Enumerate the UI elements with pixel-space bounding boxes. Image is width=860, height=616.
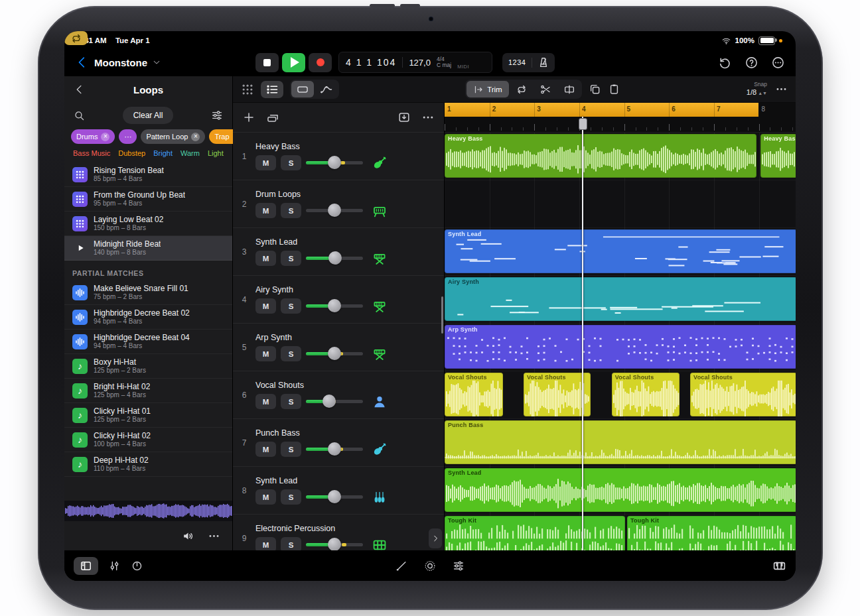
track-header[interactable]: 2Drum LoopsMS bbox=[233, 180, 444, 228]
mute-button[interactable]: M bbox=[255, 203, 276, 218]
slider-knob[interactable] bbox=[328, 442, 341, 456]
volume-slider[interactable] bbox=[306, 299, 363, 314]
region[interactable]: Vocal Shouts bbox=[690, 373, 796, 416]
slider-knob[interactable] bbox=[328, 204, 341, 217]
region[interactable]: Tough Kit bbox=[445, 516, 625, 550]
track-header[interactable]: 9Electronic PercussionMS bbox=[233, 515, 444, 550]
loop-list-item[interactable]: ♪Clicky Hi-Hat 02100 bpm – 4 Bars bbox=[64, 428, 232, 452]
slider-knob[interactable] bbox=[328, 156, 341, 169]
solo-button[interactable]: S bbox=[281, 394, 301, 409]
track-header[interactable]: 3Synth LeadMS bbox=[233, 228, 444, 276]
automation-mode-button[interactable] bbox=[315, 81, 338, 97]
tag-suggestion[interactable]: Bass Music bbox=[73, 149, 110, 157]
loop-list-item[interactable]: ♪Clicky Hi-Hat 01125 bpm – 2 Bars bbox=[64, 403, 232, 428]
volume-slider[interactable] bbox=[306, 395, 363, 409]
mute-button[interactable]: M bbox=[255, 346, 276, 361]
region[interactable]: Heavy Bass bbox=[445, 134, 756, 178]
region[interactable]: Tough Kit bbox=[627, 516, 796, 550]
track-header[interactable]: 7Punch BassMS bbox=[233, 419, 444, 467]
mixer-icon[interactable] bbox=[108, 560, 121, 572]
lcd-display[interactable]: 4 1 1 104 127,0 4/4 C maj MIDI bbox=[338, 52, 492, 73]
mute-button[interactable]: M bbox=[255, 489, 276, 505]
tag-suggestion[interactable]: Warm bbox=[180, 149, 200, 157]
back-icon[interactable] bbox=[75, 55, 90, 70]
region[interactable]: Vocal Shouts bbox=[445, 373, 503, 416]
solo-button[interactable]: S bbox=[281, 251, 301, 266]
track-header[interactable]: 8Synth LeadMS bbox=[233, 467, 444, 515]
grid-view-icon[interactable] bbox=[241, 83, 254, 96]
tag-suggestion[interactable]: Dubstep bbox=[118, 149, 145, 157]
playhead-line[interactable] bbox=[582, 117, 583, 550]
solo-button[interactable]: S bbox=[281, 489, 301, 505]
faders-icon[interactable] bbox=[453, 560, 465, 572]
slider-knob[interactable] bbox=[328, 251, 342, 265]
solo-button[interactable]: S bbox=[281, 442, 301, 457]
chip-remove-icon[interactable]: × bbox=[101, 133, 109, 141]
track-header[interactable]: 5Arp SynthMS bbox=[233, 324, 444, 371]
mute-button[interactable]: M bbox=[255, 155, 276, 170]
clear-all-button[interactable]: Clear All bbox=[123, 107, 174, 124]
cycle-button[interactable] bbox=[64, 31, 88, 45]
search-icon[interactable] bbox=[74, 110, 85, 121]
loop-filter-chip[interactable]: Drums× bbox=[71, 129, 115, 144]
solo-button[interactable]: S bbox=[281, 346, 301, 361]
region[interactable]: Punch Bass bbox=[445, 420, 796, 464]
browsers-button[interactable] bbox=[74, 557, 98, 575]
keyboard-icon[interactable] bbox=[772, 559, 786, 573]
slider-knob[interactable] bbox=[328, 538, 341, 550]
loop-list-item[interactable]: ♪Deep Hi-Hat 02110 bpm – 4 Bars bbox=[64, 452, 232, 477]
volume-slider[interactable] bbox=[306, 347, 363, 361]
loop-list-item[interactable]: ♪Bright Hi-Hat 02125 bpm – 4 Bars bbox=[64, 379, 232, 403]
help-icon[interactable] bbox=[745, 56, 758, 70]
track-scrollbar[interactable] bbox=[441, 296, 443, 334]
trim-tool-button[interactable]: Trim bbox=[466, 81, 509, 97]
project-menu-chevron-icon[interactable] bbox=[152, 58, 161, 67]
volume-slider[interactable] bbox=[306, 490, 363, 505]
solo-button[interactable]: S bbox=[281, 298, 301, 314]
more-options-icon[interactable] bbox=[771, 56, 785, 70]
volume-slider[interactable] bbox=[306, 156, 363, 170]
stop-button[interactable] bbox=[255, 53, 279, 72]
region[interactable]: Synth Lead bbox=[445, 468, 796, 512]
mute-button[interactable]: M bbox=[255, 298, 276, 314]
loop-list-item[interactable]: From the Ground Up Beat95 bpm – 4 Bars bbox=[64, 187, 232, 212]
volume-slider[interactable] bbox=[306, 538, 363, 551]
track-header[interactable]: 6Vocal ShoutsMS bbox=[233, 371, 444, 419]
divide-tool-button[interactable] bbox=[558, 81, 581, 97]
mute-button[interactable]: M bbox=[255, 537, 276, 550]
list-view-button[interactable] bbox=[261, 81, 283, 98]
loop-list-item[interactable]: Midnight Ride Beat140 bpm – 8 Bars bbox=[64, 236, 232, 261]
loop-tool-button[interactable] bbox=[510, 81, 533, 97]
open-editor-button[interactable] bbox=[429, 528, 442, 548]
slider-knob[interactable] bbox=[328, 490, 341, 503]
loop-list-item[interactable]: Highbridge Decree Beat 0294 bpm – 4 Bars bbox=[64, 305, 232, 330]
track-header[interactable]: 1Heavy BassMS bbox=[233, 133, 444, 180]
loop-list-item[interactable]: Make Believe Snare Fill 0175 bpm – 2 Bar… bbox=[64, 280, 232, 305]
mute-button[interactable]: M bbox=[255, 251, 276, 266]
track-header[interactable]: 4Airy SynthMS bbox=[233, 276, 444, 324]
project-title[interactable]: Moonstone bbox=[94, 57, 147, 68]
mute-button[interactable]: M bbox=[255, 442, 276, 457]
track-list-more-icon[interactable] bbox=[421, 111, 435, 124]
tag-suggestion[interactable]: Bright bbox=[153, 149, 173, 157]
volume-slider[interactable] bbox=[306, 251, 363, 266]
pencil-tool-icon[interactable] bbox=[395, 560, 408, 572]
filter-icon[interactable] bbox=[211, 109, 223, 121]
loop-list-item[interactable]: Rising Tension Beat85 bpm – 4 Bars bbox=[64, 162, 232, 187]
loop-list-item[interactable]: ♪Boxy Hi-Hat125 bpm – 2 Bars bbox=[64, 354, 232, 379]
copy-icon[interactable] bbox=[589, 83, 601, 95]
regions-mode-button[interactable] bbox=[291, 81, 314, 97]
paste-icon[interactable] bbox=[608, 83, 620, 95]
count-in-button[interactable]: 1234 bbox=[502, 58, 532, 66]
loop-filter-chip[interactable]: Pattern Loop× bbox=[141, 129, 205, 144]
loop-filter-chip[interactable]: ⋯ bbox=[119, 129, 137, 144]
metronome-icon[interactable] bbox=[538, 56, 549, 68]
loop-list-item[interactable]: Laying Low Beat 02150 bpm – 8 Bars bbox=[64, 212, 232, 236]
split-tool-button[interactable] bbox=[534, 81, 557, 97]
play-button[interactable] bbox=[282, 53, 305, 72]
chip-remove-icon[interactable]: × bbox=[191, 133, 200, 141]
snap-control[interactable]: Snap 1/8▲▼ bbox=[747, 82, 767, 96]
solo-button[interactable]: S bbox=[281, 203, 301, 218]
edit-more-icon[interactable] bbox=[775, 83, 788, 95]
add-track-icon[interactable] bbox=[242, 111, 255, 124]
